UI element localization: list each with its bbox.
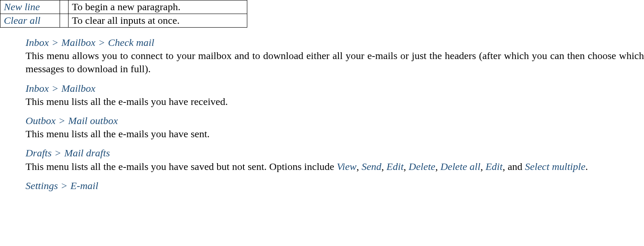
command-table: New line To begin a new paragraph. Clear… (0, 0, 247, 28)
breadcrumb: Drafts > Mail drafts (26, 147, 644, 160)
breadcrumb-item: Mailbox (61, 83, 95, 94)
command-cell: Clear all (0, 14, 60, 28)
breadcrumb-separator: > (55, 147, 61, 158)
breadcrumb-separator: > (52, 37, 58, 48)
breadcrumb-item: Check mail (108, 37, 155, 48)
breadcrumb-item: E-mail (71, 180, 98, 191)
table-row: New line To begin a new paragraph. (0, 0, 247, 14)
option-delete-all: Delete all (441, 161, 481, 172)
description-text: This menu lists all the e-mails you have… (26, 128, 210, 139)
option-delete: Delete (409, 161, 435, 172)
description-text: , (435, 161, 441, 172)
option-edit: Edit (386, 161, 404, 172)
command-table-body: New line To begin a new paragraph. Clear… (0, 0, 247, 28)
breadcrumb-item: Outbox (26, 115, 56, 126)
description-text: , (356, 161, 361, 172)
breadcrumb-separator: > (59, 115, 65, 126)
section-outbox: Outbox > Mail outbox This menu lists all… (26, 114, 644, 141)
section-description: This menu lists all the e-mails you have… (26, 127, 644, 141)
breadcrumb-item: Drafts (26, 147, 52, 158)
description-text: . (585, 161, 588, 172)
breadcrumb-item: Mail outbox (68, 115, 118, 126)
option-edit-2: Edit (486, 161, 503, 172)
section-description: This menu allows you to connect to your … (26, 49, 644, 76)
description-text: , (381, 161, 386, 172)
breadcrumb: Inbox > Mailbox > Check mail (26, 36, 644, 49)
breadcrumb-item: Settings (26, 180, 58, 191)
description-text: , and (503, 161, 525, 172)
description-text: , (481, 161, 486, 172)
section-description: This menu lists all the e-mails you have… (26, 160, 644, 173)
table-row: Clear all To clear all inputs at once. (0, 14, 247, 28)
breadcrumb: Settings > E-mail (26, 179, 644, 192)
breadcrumb: Outbox > Mail outbox (26, 114, 644, 127)
section-settings-email: Settings > E-mail (26, 179, 644, 192)
breadcrumb: Inbox > Mailbox (26, 82, 644, 95)
content-area: Inbox > Mailbox > Check mail This menu a… (0, 36, 644, 192)
section-inbox-mailbox: Inbox > Mailbox This menu lists all the … (26, 82, 644, 108)
section-inbox-check-mail: Inbox > Mailbox > Check mail This menu a… (26, 36, 644, 76)
description-text: This menu lists all the e-mails you have… (26, 96, 228, 107)
command-cell: New line (0, 0, 60, 14)
breadcrumb-separator: > (99, 37, 105, 48)
description-cell: To clear all inputs at once. (69, 14, 247, 28)
breadcrumb-item: Inbox (26, 83, 49, 94)
description-text: , (404, 161, 409, 172)
breadcrumb-item: Mailbox (61, 37, 95, 48)
breadcrumb-separator: > (52, 83, 58, 94)
section-drafts: Drafts > Mail drafts This menu lists all… (26, 147, 644, 173)
option-send: Send (361, 161, 381, 172)
breadcrumb-item: Inbox (26, 37, 49, 48)
description-text: This menu lists all the e-mails you have… (26, 161, 337, 172)
option-view: View (337, 161, 356, 172)
option-select-multiple: Select multiple (525, 161, 585, 172)
spacer-cell (60, 0, 69, 14)
description-text: This menu allows you to connect to your … (26, 50, 644, 74)
description-cell: To begin a new paragraph. (69, 0, 247, 14)
breadcrumb-separator: > (61, 180, 67, 191)
section-description: This menu lists all the e-mails you have… (26, 95, 644, 108)
spacer-cell (60, 14, 69, 28)
breadcrumb-item: Mail drafts (64, 147, 110, 158)
